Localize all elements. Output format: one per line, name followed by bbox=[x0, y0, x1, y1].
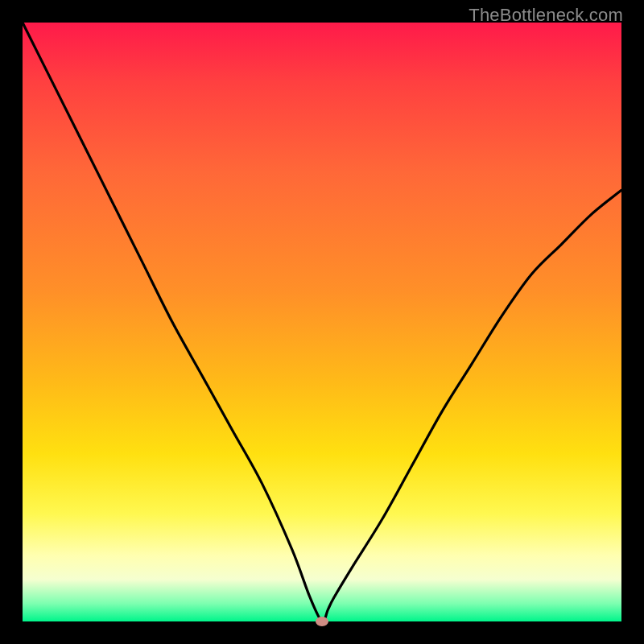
chart-frame: TheBottleneck.com bbox=[0, 0, 644, 644]
plot-area bbox=[23, 23, 621, 621]
minimum-marker bbox=[316, 617, 328, 626]
bottleneck-curve bbox=[23, 23, 621, 621]
